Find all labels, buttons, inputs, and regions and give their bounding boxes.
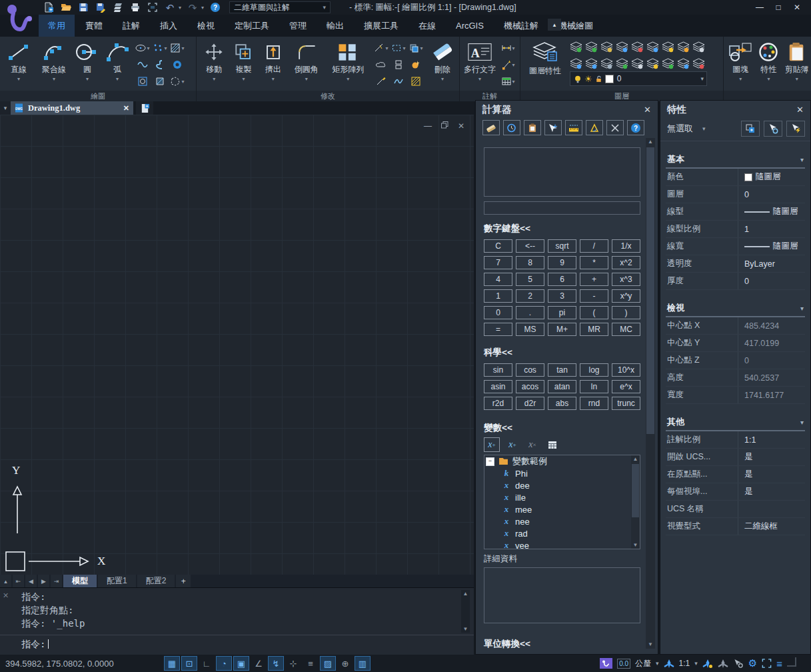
numpad-key-pi[interactable]: pi — [548, 306, 576, 319]
print-icon[interactable] — [128, 1, 143, 13]
trim-icon[interactable]: ▾ — [373, 41, 389, 55]
section-header-其他[interactable]: 其他▾ — [666, 415, 805, 431]
scrollbar-thumb[interactable] — [646, 147, 654, 434]
boundary-icon[interactable] — [135, 74, 151, 89]
property-value[interactable]: 是 — [738, 469, 805, 480]
scientific-key-trunc[interactable]: trunc — [612, 397, 640, 410]
property-value[interactable]: 485.4234 — [738, 321, 805, 331]
autoscale-icon[interactable] — [702, 659, 713, 669]
numpad-key-x^3[interactable]: x^3 — [612, 273, 640, 286]
chevron-down-icon[interactable]: ▾ — [656, 660, 659, 667]
maximize-button[interactable]: □ — [771, 1, 786, 13]
calc-paste-icon[interactable] — [524, 120, 541, 135]
numpad-key-3[interactable]: 3 — [548, 289, 576, 303]
brand-badge-icon[interactable] — [600, 658, 612, 669]
precision-icon[interactable]: 0.0 — [617, 659, 630, 669]
snap-toggle[interactable]: ⊡ — [181, 656, 197, 671]
ortho-toggle[interactable]: ∟ — [199, 656, 215, 671]
polar-toggle[interactable]: ◔ — [216, 656, 232, 671]
numpad-key-.[interactable]: . — [516, 306, 544, 319]
property-value[interactable]: 隨圖層 — [738, 241, 805, 252]
open-file-icon[interactable] — [59, 1, 73, 13]
numpad-key-0[interactable]: 0 — [484, 306, 512, 319]
layer-dropdown[interactable]: ☀ 0 ▾ — [570, 71, 707, 86]
ribbon-tab-檢視[interactable]: 檢視 — [188, 15, 224, 37]
numpad-key-MS[interactable]: MS — [516, 323, 544, 336]
layer-delete-icon[interactable] — [630, 39, 644, 54]
chevron-down-icon[interactable]: ▾ — [403, 45, 405, 51]
scroll-up-icon[interactable]: ▲ — [631, 455, 640, 463]
array-tool-button[interactable]: 矩形陣列 ▾ — [328, 38, 369, 90]
property-value[interactable]: 417.0199 — [738, 339, 805, 348]
spline-icon[interactable] — [152, 57, 168, 72]
command-scrollbar[interactable]: ▲ ▼ — [461, 590, 470, 633]
chevron-down-icon[interactable]: ▾ — [512, 62, 515, 68]
panel-label-modify[interactable]: 修改 — [197, 91, 459, 101]
calculator-return-icon[interactable] — [545, 438, 560, 451]
scientific-key-acos[interactable]: acos — [516, 380, 544, 393]
spline-edit-icon[interactable] — [391, 74, 406, 89]
property-value[interactable]: 是 — [738, 486, 805, 497]
numpad-key-4[interactable]: 4 — [484, 273, 512, 286]
ribbon-tab-ArcGIS[interactable]: ArcGIS — [446, 15, 493, 37]
ribbon-tab-實體[interactable]: 實體 — [76, 15, 112, 37]
resize-grip[interactable] — [787, 657, 796, 667]
wipeout-icon[interactable]: ▾ — [169, 74, 185, 89]
clipboard-panel-button[interactable]: 剪貼簿 ▾ — [783, 38, 811, 82]
layer-on-all-icon[interactable] — [660, 39, 675, 54]
numpad-key-8[interactable]: 8 — [516, 256, 544, 269]
quick-properties-toggle[interactable]: ⊕ — [337, 656, 353, 671]
close-icon[interactable]: ✕ — [123, 104, 129, 113]
help-icon[interactable]: ? — [208, 1, 223, 13]
undo-icon[interactable]: ↶ — [163, 1, 177, 13]
numpad-key-sqrt[interactable]: sqrt — [548, 239, 576, 253]
layer-copy-icon[interactable] — [660, 56, 675, 71]
quick-select-icon[interactable] — [764, 121, 782, 137]
calc-help-icon[interactable]: ? — [627, 120, 644, 135]
scientific-key-log[interactable]: log — [580, 363, 608, 377]
ribbon-tab-在線[interactable]: 在線 — [409, 15, 445, 37]
fullscreen-icon[interactable] — [762, 659, 772, 668]
calc-get-point-icon[interactable] — [544, 120, 562, 135]
variable-item[interactable]: xrad — [484, 527, 640, 539]
numpad-key-9[interactable]: 9 — [548, 256, 576, 269]
calc-clear-icon[interactable] — [482, 120, 500, 135]
property-value[interactable]: ByLayer — [738, 259, 805, 269]
scientific-section-header[interactable]: 科學<< — [484, 347, 643, 359]
new-layout-button[interactable]: + — [176, 575, 191, 587]
calc-distance-icon[interactable] — [565, 120, 582, 135]
numpad-key-1/x[interactable]: 1/x — [612, 239, 640, 253]
property-value[interactable]: 540.2537 — [738, 373, 805, 383]
scientific-key-tan[interactable]: tan — [548, 363, 576, 377]
workspace-dropdown[interactable]: 二維草圖與註解 ▾ — [229, 1, 331, 13]
numpad-key-5[interactable]: 5 — [516, 273, 544, 286]
ribbon-tab-機械註解[interactable]: 機械註解 — [494, 15, 548, 37]
close-button[interactable]: ✕ — [790, 1, 804, 13]
scientific-key-d2r[interactable]: d2r — [516, 397, 544, 410]
property-value[interactable]: 隨圖層 — [738, 171, 805, 183]
property-value[interactable]: 1 — [738, 225, 805, 234]
move-tool-button[interactable]: 移動 ▾ — [202, 38, 226, 90]
rectangle-icon[interactable]: ▾ — [391, 41, 406, 55]
edit-variable-icon[interactable]: x+ — [505, 438, 520, 451]
numpad-key-x^y[interactable]: x^y — [612, 289, 640, 303]
layer-vp-freeze-icon[interactable] — [645, 56, 660, 71]
layer-walk-icon[interactable] — [584, 56, 598, 71]
delete-variable-icon[interactable]: x× — [525, 438, 540, 451]
numpad-key-2[interactable]: 2 — [516, 289, 544, 303]
layer-match-icon[interactable] — [599, 56, 614, 71]
ribbon-collapse-button[interactable]: ▴ — [548, 19, 561, 31]
calculator-history-box[interactable] — [484, 147, 640, 197]
property-value[interactable]: 0 — [738, 190, 805, 199]
chevron-down-icon[interactable]: ▾ — [179, 5, 181, 11]
scientific-key-10^x[interactable]: 10^x — [612, 363, 640, 377]
stretch-tool-button[interactable]: 擠出 ▾ — [261, 38, 285, 90]
leader-icon[interactable]: ▾ — [500, 57, 516, 72]
annotation-visibility-icon[interactable] — [664, 659, 674, 669]
layout-nav-next-icon[interactable]: ▶ — [38, 575, 49, 587]
scroll-down-icon[interactable]: ▼ — [646, 641, 655, 649]
ribbon-tab-擴展工具[interactable]: 擴展工具 — [355, 15, 408, 37]
calculator-scrollbar[interactable]: ▲ ▼ — [646, 138, 655, 649]
block-panel-button[interactable]: 圖塊 ▾ — [726, 38, 755, 82]
table-icon[interactable]: ▾ — [500, 74, 516, 89]
